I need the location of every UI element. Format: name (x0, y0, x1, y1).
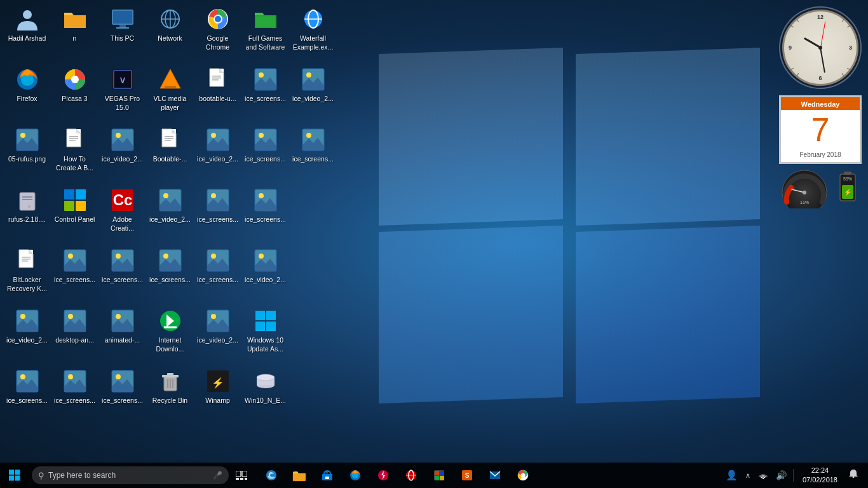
mail-icon (489, 469, 501, 482)
svg-rect-12 (22, 257, 31, 258)
desktop-icon-ice-video-7[interactable]: ice_video_2... (289, 64, 337, 124)
svg-rect-157 (245, 478, 247, 480)
ice-video-6-icon (253, 248, 278, 273)
svg-rect-150 (15, 470, 20, 475)
desktop-icon-ice-screens-10[interactable]: ice_screens... (241, 124, 289, 184)
svg-rect-149 (9, 470, 14, 475)
desktop-icon-ice-screens-2[interactable]: ice_screens... (51, 245, 98, 305)
desktop-icon-vegas-pro[interactable]: VVEGAS Pro 15.0 (98, 64, 146, 124)
taskbar-edge-button[interactable] (257, 463, 285, 488)
ice-video-6-label: ice_video_2... (245, 276, 286, 285)
taskbar-opera-button[interactable] (397, 463, 425, 488)
desktop-icon-folder-n[interactable]: n (51, 3, 98, 64)
taskbar-orange-app-button[interactable]: S (453, 463, 481, 488)
cpu-gauge-svg: 11% (779, 167, 830, 208)
taskbar-app1-button[interactable] (369, 463, 397, 488)
waterfall-label: Waterfall Example.ex... (291, 34, 335, 51)
desktop-icon-rufus-png[interactable]: 05-rufus.png (3, 124, 51, 184)
desktop-icon-ice-screens-9[interactable]: ice_screens... (241, 64, 289, 124)
svg-point-142 (803, 191, 806, 194)
tray-expand-button[interactable]: ∧ (743, 470, 753, 481)
desktop-icon-full-games[interactable]: Full Games and Software (241, 3, 289, 64)
idm-icon (158, 308, 183, 334)
taskbar-search-bar[interactable]: ⚲ Type here to search 🎤 (32, 466, 229, 484)
taskbar-chrome-button[interactable] (509, 463, 537, 488)
desktop-icon-ice-video-6[interactable]: ice_video_2... (241, 245, 289, 305)
desktop-icon-ice-video-2[interactable]: ice_video_2... (98, 124, 146, 184)
tick-2 (847, 25, 850, 27)
adobe-cc-icon: Cc (110, 187, 135, 213)
desktop-icon-ice-screens-5[interactable]: ice_screens... (98, 365, 146, 426)
win10-update-label: Windows 10 Update As... (243, 336, 287, 353)
desktop-icon-animated[interactable]: animated-... (98, 305, 146, 365)
svg-rect-42 (113, 11, 132, 24)
desktop-icon-ice-screens-11[interactable]: ice_screens... (241, 184, 289, 245)
desktop-icon-rufus-exe[interactable]: rufus-2.18.... (3, 184, 51, 245)
network-tray-icon[interactable] (756, 469, 771, 482)
people-tray-icon[interactable]: 👤 (723, 468, 740, 482)
picasa3-label: Picasa 3 (62, 95, 87, 104)
desktop-icon-this-pc[interactable]: This PC (98, 3, 146, 64)
desktop-icon-firefox[interactable]: Firefox (3, 64, 51, 124)
desktop-icon-hadil-arshad[interactable]: Hadil Arshad (3, 3, 51, 64)
desktop-icon-vlc[interactable]: VLC media player (146, 64, 194, 124)
desktop-icon-ice-screens-4[interactable]: ice_screens... (98, 245, 146, 305)
desktop-icon-waterfall[interactable]: Waterfall Example.ex... (289, 3, 337, 64)
bootable-icon (158, 127, 183, 152)
svg-text:⚡: ⚡ (212, 377, 224, 389)
taskbar-mail-button[interactable] (481, 463, 509, 488)
svg-point-75 (163, 193, 168, 198)
desktop-widgets: 12 3 6 9 Wednesday (779, 6, 862, 208)
desktop-icon-chrome[interactable]: Google Chrome (194, 3, 241, 64)
clock-widget: 12 3 6 9 (779, 6, 862, 89)
search-placeholder-text: Type here to search (48, 471, 116, 480)
taskbar-store-button[interactable]: 🛒 (313, 463, 341, 488)
desktop-icon-network[interactable]: Network (146, 3, 194, 64)
start-button[interactable] (0, 463, 29, 488)
desktop-icon-ice-video-5[interactable]: ice_video_2... (194, 305, 241, 365)
desktop-icon-recycle-bin[interactable]: Recycle Bin (146, 365, 194, 426)
clock-num-3: 3 (849, 44, 852, 51)
chrome-label: Google Chrome (196, 34, 240, 51)
bitlocker-label: BitLocker Recovery K... (5, 276, 49, 293)
taskbar-explorer-button[interactable] (285, 463, 313, 488)
desktop-icon-desktop-an[interactable]: desktop-an... (51, 305, 98, 365)
desktop-icon-winamp[interactable]: ⚡Winamp (194, 365, 241, 426)
desktop-icon-ice-video-1[interactable]: ice_video_2... (3, 305, 51, 365)
desktop-icon-ice-screens-12[interactable]: ice_screens... (289, 124, 337, 184)
ice-video-3-label: ice_video_2... (149, 215, 191, 224)
desktop-icon-win10-update[interactable]: Windows 10 Update As... (241, 305, 289, 365)
desktop-icon-bitlocker[interactable]: BitLocker Recovery K... (3, 245, 51, 305)
desktop-icon-picasa3[interactable]: Picasa 3 (51, 64, 98, 124)
volume-tray-icon[interactable]: 🔊 (773, 469, 789, 482)
notification-center-button[interactable] (845, 468, 862, 483)
desktop-icon-ice-screens-1[interactable]: ice_screens... (3, 365, 51, 426)
svg-rect-25 (69, 136, 78, 137)
taskbar-firefox-button[interactable] (341, 463, 369, 488)
task-view-button[interactable] (229, 463, 254, 488)
win10-update-icon (253, 308, 278, 334)
desktop-icon-ice-video-3[interactable]: ice_video_2... (146, 184, 194, 245)
desktop-icon-control-panel[interactable]: Control Panel (51, 184, 98, 245)
calendar-month-year: February 2018 (779, 149, 862, 164)
winamp-label: Winamp (205, 396, 230, 405)
ice-screens-8-icon (205, 248, 231, 273)
tray-clock[interactable]: 22:24 07/02/2018 (797, 466, 843, 485)
desktop-icon-ice-screens-6[interactable]: ice_screens... (146, 245, 194, 305)
desktop-icon-ice-screens-7[interactable]: ice_screens... (194, 184, 241, 245)
desktop-icon-bootable[interactable]: Bootable-... (146, 124, 194, 184)
desktop-icon-ice-screens-3[interactable]: ice_screens... (51, 365, 98, 426)
desktop-icon-ice-video-4[interactable]: ice_video_2... (194, 124, 241, 184)
ice-screens-10-icon (253, 127, 278, 152)
desktop-icon-adobe-cc[interactable]: CcAdobe Creati... (98, 184, 146, 245)
full-games-label: Full Games and Software (243, 34, 287, 51)
taskbar-photos-button[interactable] (425, 463, 453, 488)
ice-video-1-icon (15, 308, 40, 334)
desktop-icon-win10-n[interactable]: Win10_N_E... (241, 365, 289, 426)
desktop-icon-bootable-u[interactable]: bootable-u... (194, 64, 241, 124)
svg-rect-29 (76, 189, 86, 200)
desktop-icon-idm[interactable]: Internet Downlo... (146, 305, 194, 365)
desktop-icon-ice-screens-8[interactable]: ice_screens... (194, 245, 241, 305)
tick-5 (842, 73, 844, 76)
desktop-icon-how-to[interactable]: How To Create A B... (51, 124, 98, 184)
